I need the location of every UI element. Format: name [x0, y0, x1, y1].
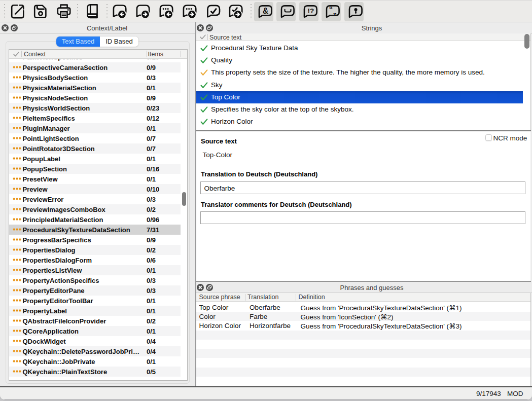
svg-text:&: & — [262, 6, 268, 15]
svg-text:„: „ — [333, 7, 337, 15]
svg-text:!?: !? — [307, 7, 314, 15]
svg-text:“: “ — [329, 5, 333, 13]
